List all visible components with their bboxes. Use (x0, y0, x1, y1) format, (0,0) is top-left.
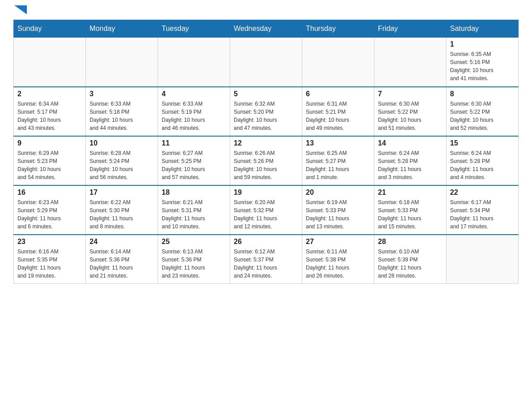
day-info: Sunrise: 6:10 AM Sunset: 5:39 PM Dayligh… (378, 248, 442, 280)
day-info: Sunrise: 6:31 AM Sunset: 5:21 PM Dayligh… (306, 100, 370, 132)
calendar-cell (14, 38, 86, 87)
day-info: Sunrise: 6:18 AM Sunset: 5:33 PM Dayligh… (378, 198, 442, 231)
page-header (13, 9, 519, 15)
weekday-header-thursday: Thursday (302, 20, 374, 38)
day-number: 8 (450, 90, 515, 98)
day-info: Sunrise: 6:12 AM Sunset: 5:37 PM Dayligh… (234, 248, 298, 280)
calendar-cell: 20Sunrise: 6:19 AM Sunset: 5:33 PM Dayli… (302, 185, 374, 235)
day-number: 19 (234, 188, 298, 197)
day-info: Sunrise: 6:35 AM Sunset: 5:16 PM Dayligh… (450, 50, 515, 82)
calendar-cell: 26Sunrise: 6:12 AM Sunset: 5:37 PM Dayli… (230, 235, 302, 284)
day-number: 2 (17, 90, 82, 98)
day-number: 24 (90, 238, 154, 246)
calendar-cell: 5Sunrise: 6:32 AM Sunset: 5:20 PM Daylig… (230, 87, 302, 136)
day-info: Sunrise: 6:26 AM Sunset: 5:26 PM Dayligh… (234, 149, 298, 181)
calendar-cell: 4Sunrise: 6:33 AM Sunset: 5:19 PM Daylig… (158, 87, 230, 136)
calendar-cell: 15Sunrise: 6:24 AM Sunset: 5:28 PM Dayli… (446, 136, 519, 185)
day-number: 10 (90, 139, 154, 147)
day-number: 6 (306, 90, 370, 98)
day-number: 28 (378, 238, 442, 246)
calendar-cell: 14Sunrise: 6:24 AM Sunset: 5:28 PM Dayli… (374, 136, 446, 185)
calendar-cell: 1Sunrise: 6:35 AM Sunset: 5:16 PM Daylig… (446, 38, 519, 87)
calendar-week-1: 1Sunrise: 6:35 AM Sunset: 5:16 PM Daylig… (14, 38, 519, 87)
calendar-cell (446, 235, 519, 284)
calendar-week-4: 16Sunrise: 6:23 AM Sunset: 5:29 PM Dayli… (14, 185, 519, 235)
day-number: 22 (450, 188, 515, 197)
weekday-row: SundayMondayTuesdayWednesdayThursdayFrid… (14, 20, 519, 38)
day-info: Sunrise: 6:34 AM Sunset: 5:17 PM Dayligh… (17, 100, 82, 132)
calendar-cell: 23Sunrise: 6:16 AM Sunset: 5:35 PM Dayli… (14, 235, 86, 284)
day-info: Sunrise: 6:30 AM Sunset: 5:22 PM Dayligh… (378, 100, 442, 132)
calendar-cell: 28Sunrise: 6:10 AM Sunset: 5:39 PM Dayli… (374, 235, 446, 284)
calendar-cell: 17Sunrise: 6:22 AM Sunset: 5:30 PM Dayli… (86, 185, 158, 235)
day-info: Sunrise: 6:21 AM Sunset: 5:31 PM Dayligh… (162, 198, 226, 231)
logo-icon (14, 5, 27, 18)
calendar-table: SundayMondayTuesdayWednesdayThursdayFrid… (13, 20, 519, 284)
day-number: 4 (162, 90, 226, 98)
day-number: 14 (378, 139, 442, 147)
day-info: Sunrise: 6:33 AM Sunset: 5:19 PM Dayligh… (162, 100, 226, 132)
day-number: 1 (450, 40, 515, 48)
day-number: 16 (17, 188, 82, 197)
calendar-cell: 16Sunrise: 6:23 AM Sunset: 5:29 PM Dayli… (14, 185, 86, 235)
day-number: 20 (306, 188, 370, 197)
day-info: Sunrise: 6:20 AM Sunset: 5:32 PM Dayligh… (234, 198, 298, 231)
calendar-week-3: 9Sunrise: 6:29 AM Sunset: 5:23 PM Daylig… (14, 136, 519, 185)
calendar-cell: 3Sunrise: 6:33 AM Sunset: 5:18 PM Daylig… (86, 87, 158, 136)
weekday-header-friday: Friday (374, 20, 446, 38)
weekday-header-monday: Monday (86, 20, 158, 38)
calendar-cell: 6Sunrise: 6:31 AM Sunset: 5:21 PM Daylig… (302, 87, 374, 136)
day-info: Sunrise: 6:23 AM Sunset: 5:29 PM Dayligh… (17, 198, 82, 231)
day-info: Sunrise: 6:24 AM Sunset: 5:28 PM Dayligh… (378, 149, 442, 181)
day-info: Sunrise: 6:13 AM Sunset: 5:36 PM Dayligh… (162, 248, 226, 280)
day-info: Sunrise: 6:25 AM Sunset: 5:27 PM Dayligh… (306, 149, 370, 181)
calendar-cell (230, 38, 302, 87)
day-number: 23 (17, 238, 82, 246)
logo (13, 9, 27, 15)
day-info: Sunrise: 6:16 AM Sunset: 5:35 PM Dayligh… (17, 248, 82, 280)
calendar-cell: 12Sunrise: 6:26 AM Sunset: 5:26 PM Dayli… (230, 136, 302, 185)
calendar-cell: 24Sunrise: 6:14 AM Sunset: 5:36 PM Dayli… (86, 235, 158, 284)
day-number: 5 (234, 90, 298, 98)
calendar-header: SundayMondayTuesdayWednesdayThursdayFrid… (14, 20, 519, 38)
day-info: Sunrise: 6:30 AM Sunset: 5:22 PM Dayligh… (450, 100, 515, 132)
calendar-cell: 7Sunrise: 6:30 AM Sunset: 5:22 PM Daylig… (374, 87, 446, 136)
day-number: 18 (162, 188, 226, 197)
day-number: 21 (378, 188, 442, 197)
calendar-cell (86, 38, 158, 87)
calendar-week-5: 23Sunrise: 6:16 AM Sunset: 5:35 PM Dayli… (14, 235, 519, 284)
day-info: Sunrise: 6:27 AM Sunset: 5:25 PM Dayligh… (162, 149, 226, 181)
day-info: Sunrise: 6:11 AM Sunset: 5:38 PM Dayligh… (306, 248, 370, 280)
day-info: Sunrise: 6:32 AM Sunset: 5:20 PM Dayligh… (234, 100, 298, 132)
weekday-header-saturday: Saturday (446, 20, 519, 38)
day-number: 26 (234, 238, 298, 246)
day-info: Sunrise: 6:14 AM Sunset: 5:36 PM Dayligh… (90, 248, 154, 280)
calendar-cell: 8Sunrise: 6:30 AM Sunset: 5:22 PM Daylig… (446, 87, 519, 136)
calendar-cell: 25Sunrise: 6:13 AM Sunset: 5:36 PM Dayli… (158, 235, 230, 284)
calendar-cell: 27Sunrise: 6:11 AM Sunset: 5:38 PM Dayli… (302, 235, 374, 284)
calendar-cell (158, 38, 230, 87)
calendar-cell (302, 38, 374, 87)
calendar-cell: 10Sunrise: 6:28 AM Sunset: 5:24 PM Dayli… (86, 136, 158, 185)
day-info: Sunrise: 6:33 AM Sunset: 5:18 PM Dayligh… (90, 100, 154, 132)
day-number: 11 (162, 139, 226, 147)
svg-marker-0 (14, 5, 27, 14)
calendar-cell: 11Sunrise: 6:27 AM Sunset: 5:25 PM Dayli… (158, 136, 230, 185)
day-number: 12 (234, 139, 298, 147)
day-info: Sunrise: 6:19 AM Sunset: 5:33 PM Dayligh… (306, 198, 370, 231)
calendar-cell: 19Sunrise: 6:20 AM Sunset: 5:32 PM Dayli… (230, 185, 302, 235)
day-info: Sunrise: 6:24 AM Sunset: 5:28 PM Dayligh… (450, 149, 515, 181)
day-number: 17 (90, 188, 154, 197)
calendar-cell: 22Sunrise: 6:17 AM Sunset: 5:34 PM Dayli… (446, 185, 519, 235)
day-info: Sunrise: 6:29 AM Sunset: 5:23 PM Dayligh… (17, 149, 82, 181)
calendar-cell: 9Sunrise: 6:29 AM Sunset: 5:23 PM Daylig… (14, 136, 86, 185)
weekday-header-tuesday: Tuesday (158, 20, 230, 38)
day-number: 9 (17, 139, 82, 147)
calendar-week-2: 2Sunrise: 6:34 AM Sunset: 5:17 PM Daylig… (14, 87, 519, 136)
calendar-cell: 13Sunrise: 6:25 AM Sunset: 5:27 PM Dayli… (302, 136, 374, 185)
weekday-header-wednesday: Wednesday (230, 20, 302, 38)
day-number: 3 (90, 90, 154, 98)
calendar-cell: 18Sunrise: 6:21 AM Sunset: 5:31 PM Dayli… (158, 185, 230, 235)
day-info: Sunrise: 6:22 AM Sunset: 5:30 PM Dayligh… (90, 198, 154, 231)
day-info: Sunrise: 6:28 AM Sunset: 5:24 PM Dayligh… (90, 149, 154, 181)
